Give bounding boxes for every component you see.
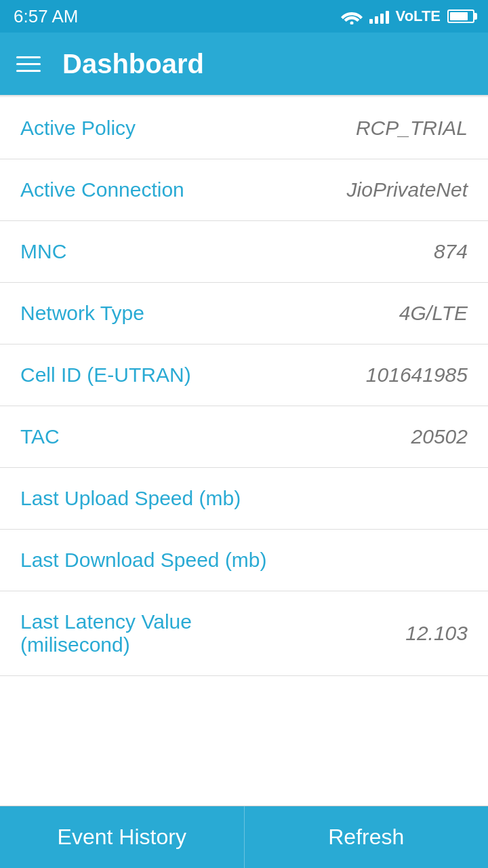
row-value: RCP_TRIAL xyxy=(356,117,468,140)
table-row: Network Type4G/LTE xyxy=(0,283,488,344)
row-label: Active Policy xyxy=(20,117,136,140)
status-icons: VoLTE xyxy=(341,7,474,25)
page-title: Dashboard xyxy=(62,49,204,79)
row-label: Last Upload Speed (mb) xyxy=(20,487,241,510)
status-bar: 6:57 AM VoLTE xyxy=(0,0,488,33)
wifi-icon xyxy=(341,8,363,24)
row-label: TAC xyxy=(20,425,60,448)
signal-icon xyxy=(369,9,389,24)
row-value: 4G/LTE xyxy=(399,302,468,325)
menu-button[interactable] xyxy=(16,56,41,72)
row-label: Last Download Speed (mb) xyxy=(20,549,267,572)
row-value: JioPrivateNet xyxy=(347,178,468,201)
row-value: 101641985 xyxy=(366,363,468,387)
battery-icon xyxy=(447,9,474,23)
app-bar: Dashboard xyxy=(0,33,488,95)
volte-indicator: VoLTE xyxy=(396,7,441,25)
row-label: Cell ID (E-UTRAN) xyxy=(20,363,191,387)
table-row: TAC20502 xyxy=(0,406,488,468)
table-row: Last Upload Speed (mb) xyxy=(0,468,488,530)
table-row: Last Download Speed (mb) xyxy=(0,530,488,591)
row-label: Last Latency Value (milisecond) xyxy=(20,610,291,656)
table-row: Cell ID (E-UTRAN)101641985 xyxy=(0,344,488,406)
table-row: MNC874 xyxy=(0,221,488,283)
table-row: Active ConnectionJioPrivateNet xyxy=(0,159,488,221)
table-row: Last Latency Value (milisecond)12.103 xyxy=(0,591,488,676)
event-history-button[interactable]: Event History xyxy=(0,806,245,868)
row-label: MNC xyxy=(20,240,66,263)
row-label: Network Type xyxy=(20,302,144,325)
svg-point-0 xyxy=(350,22,353,25)
content-area: Active PolicyRCP_TRIALActive ConnectionJ… xyxy=(0,98,488,806)
table-row: Active PolicyRCP_TRIAL xyxy=(0,98,488,159)
bottom-bar: Event History Refresh xyxy=(0,806,488,868)
row-value: 20502 xyxy=(411,425,468,448)
row-label: Active Connection xyxy=(20,178,184,201)
time-display: 6:57 AM xyxy=(14,6,78,27)
refresh-button[interactable]: Refresh xyxy=(245,806,489,868)
row-value: 874 xyxy=(434,240,468,263)
row-value: 12.103 xyxy=(405,622,468,645)
